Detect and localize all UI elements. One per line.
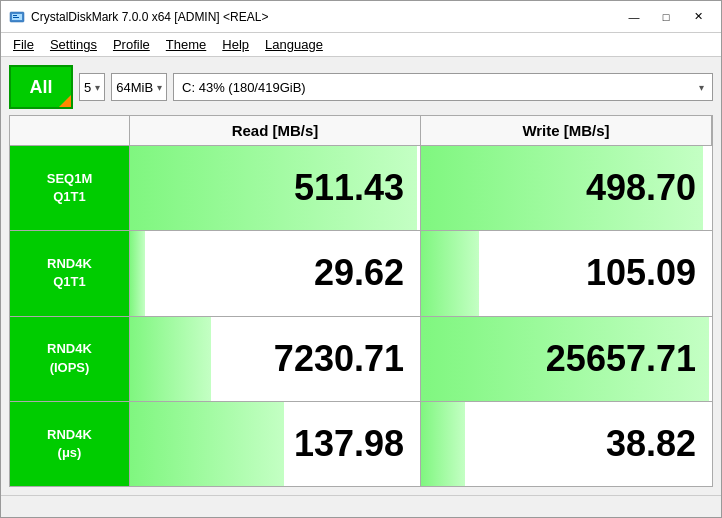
drive-value: C: 43% (180/419GiB) — [182, 80, 306, 95]
size-value: 64MiB — [116, 80, 153, 95]
window-title: CrystalDiskMark 7.0.0 x64 [ADMIN] <REAL> — [31, 10, 619, 24]
minimize-button[interactable]: — — [619, 7, 649, 27]
menu-theme[interactable]: Theme — [158, 35, 214, 54]
table-rows: SEQ1MQ1T1511.43498.70RND4KQ1T129.62105.0… — [10, 146, 712, 486]
content-area: All 5 ▾ 64MiB ▾ C: 43% (180/419GiB) ▾ Re… — [1, 57, 721, 495]
row-label-2: RND4K(IOPS) — [10, 317, 130, 401]
table-row: RND4K(IOPS)7230.7125657.71 — [10, 317, 712, 402]
menu-bar: File Settings Profile Theme Help Languag… — [1, 33, 721, 57]
row-label-0: SEQ1MQ1T1 — [10, 146, 130, 230]
close-button[interactable]: ✕ — [683, 7, 713, 27]
header-label — [10, 116, 130, 145]
menu-language[interactable]: Language — [257, 35, 331, 54]
app-icon — [9, 9, 25, 25]
status-bar — [1, 495, 721, 517]
size-dropdown[interactable]: 64MiB ▾ — [111, 73, 167, 101]
row-label-3: RND4K(μs) — [10, 402, 130, 486]
header-read: Read [MB/s] — [130, 116, 421, 145]
menu-profile[interactable]: Profile — [105, 35, 158, 54]
table-row: RND4K(μs)137.9838.82 — [10, 402, 712, 486]
table-header: Read [MB/s] Write [MB/s] — [10, 116, 712, 146]
svg-rect-2 — [13, 15, 17, 16]
svg-rect-3 — [13, 17, 19, 18]
row-read-0: 511.43 — [130, 146, 421, 230]
passes-dropdown[interactable]: 5 ▾ — [79, 73, 105, 101]
toolbar: All 5 ▾ 64MiB ▾ C: 43% (180/419GiB) ▾ — [9, 65, 713, 109]
drive-chevron: ▾ — [699, 82, 704, 93]
benchmark-table: Read [MB/s] Write [MB/s] SEQ1MQ1T1511.43… — [9, 115, 713, 487]
size-chevron: ▾ — [157, 82, 162, 93]
menu-settings[interactable]: Settings — [42, 35, 105, 54]
passes-chevron: ▾ — [95, 82, 100, 93]
window-controls: — □ ✕ — [619, 7, 713, 27]
table-row: SEQ1MQ1T1511.43498.70 — [10, 146, 712, 231]
maximize-button[interactable]: □ — [651, 7, 681, 27]
menu-file[interactable]: File — [5, 35, 42, 54]
row-read-3: 137.98 — [130, 402, 421, 486]
menu-help[interactable]: Help — [214, 35, 257, 54]
row-read-2: 7230.71 — [130, 317, 421, 401]
main-window: CrystalDiskMark 7.0.0 x64 [ADMIN] <REAL>… — [0, 0, 722, 518]
table-row: RND4KQ1T129.62105.09 — [10, 231, 712, 316]
header-write: Write [MB/s] — [421, 116, 712, 145]
passes-value: 5 — [84, 80, 91, 95]
row-label-1: RND4KQ1T1 — [10, 231, 130, 315]
drive-dropdown[interactable]: C: 43% (180/419GiB) ▾ — [173, 73, 713, 101]
row-write-3: 38.82 — [421, 402, 712, 486]
row-write-1: 105.09 — [421, 231, 712, 315]
row-write-2: 25657.71 — [421, 317, 712, 401]
title-bar: CrystalDiskMark 7.0.0 x64 [ADMIN] <REAL>… — [1, 1, 721, 33]
row-write-0: 498.70 — [421, 146, 712, 230]
row-read-1: 29.62 — [130, 231, 421, 315]
all-button[interactable]: All — [9, 65, 73, 109]
